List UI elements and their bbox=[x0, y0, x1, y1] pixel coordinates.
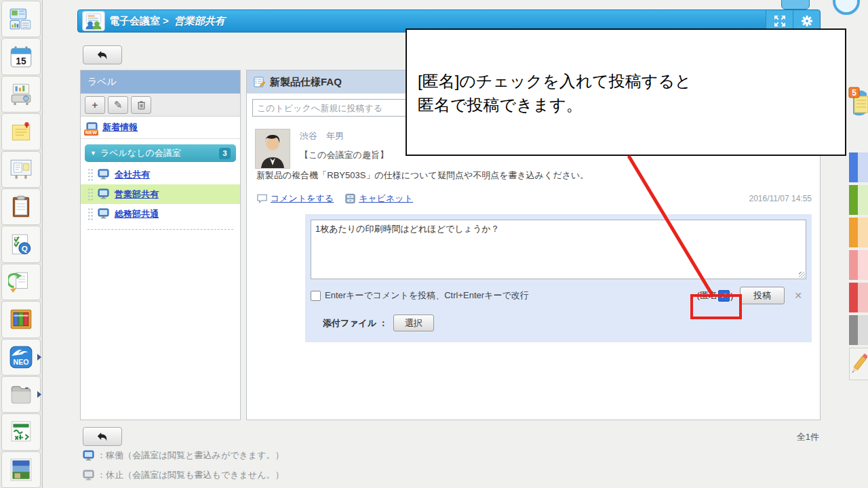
monitor-new-icon: NEW bbox=[86, 122, 99, 134]
partial-toolbar-icon bbox=[781, 0, 810, 9]
file-select-button[interactable]: 選択 bbox=[393, 314, 434, 331]
drag-handle[interactable] bbox=[87, 168, 94, 181]
monitor-icon bbox=[98, 169, 111, 180]
comment-textarea[interactable]: 1枚あたりの印刷時間はどれほどでしょうか？ bbox=[311, 220, 806, 279]
pencil-tab-icon[interactable] bbox=[849, 348, 868, 380]
room-item-zensha[interactable]: 全社共有 bbox=[81, 165, 240, 184]
new-info-link[interactable]: 新着情報 bbox=[102, 121, 138, 134]
svg-text:NEO: NEO bbox=[14, 357, 29, 365]
drag-handle[interactable] bbox=[87, 188, 94, 201]
breadcrumb: 電子会議室>営業部共有 bbox=[109, 15, 225, 28]
comment-link[interactable]: コメントをする bbox=[256, 192, 334, 205]
room-name: 営業部共有 bbox=[174, 15, 225, 26]
enter-to-post-checkbox[interactable] bbox=[311, 291, 321, 301]
breadcrumb-separator: > bbox=[163, 15, 169, 26]
post-timestamp: 2016/11/07 14:55 bbox=[749, 194, 812, 203]
check-icon: ✓ bbox=[721, 291, 727, 300]
pencil-icon: ✎ bbox=[114, 99, 123, 111]
label-toolbar: + ✎ bbox=[81, 94, 240, 117]
divider bbox=[87, 229, 233, 230]
side-tab-pink[interactable] bbox=[849, 250, 868, 280]
facility-reservation-icon[interactable] bbox=[1, 76, 41, 113]
callout-line2: 匿名で投稿できます。 bbox=[418, 93, 845, 117]
new-info-row[interactable]: NEW 新着情報 bbox=[81, 117, 240, 139]
monitor-inactive-icon bbox=[83, 470, 94, 481]
room-count-badge: 3 bbox=[219, 148, 231, 159]
survey-icon[interactable]: Q bbox=[1, 226, 41, 262]
room-item-somubu[interactable]: 総務部共通 bbox=[81, 204, 240, 224]
legend-active-text: ：稼働（会議室は閲覧と書込みができます。） bbox=[97, 449, 283, 462]
side-tab-orange[interactable] bbox=[849, 218, 868, 247]
comment-form: 1枚あたりの印刷時間はどれほどでしょうか？ Enterキーでコメントを投稿、Ct… bbox=[305, 214, 812, 342]
cabinet-link[interactable]: キャビネット bbox=[344, 192, 413, 205]
calendar-icon[interactable]: 15 bbox=[1, 38, 41, 75]
annotation-callout: [匿名]のチェックを入れて投稿すると 匿名で投稿できます。 bbox=[406, 28, 846, 156]
svg-text:15: 15 bbox=[16, 56, 26, 66]
portal-icon[interactable] bbox=[1, 1, 41, 37]
monitor-icon bbox=[98, 188, 111, 200]
attach-file-label: 添付ファイル ： bbox=[323, 317, 388, 329]
back-button[interactable] bbox=[83, 45, 122, 64]
flyout-arrow-icon bbox=[37, 391, 41, 398]
submit-button[interactable]: 投稿 bbox=[740, 287, 785, 304]
add-label-button[interactable]: + bbox=[85, 96, 105, 114]
label-group-header[interactable]: ▼ ラベルなしの会議室 3 bbox=[85, 144, 236, 162]
side-tab-red[interactable] bbox=[849, 283, 868, 312]
topic-memo-icon bbox=[254, 76, 266, 88]
topic-title: 新製品仕様FAQ bbox=[270, 76, 342, 89]
memo-icon[interactable] bbox=[1, 113, 41, 150]
trash-icon bbox=[136, 100, 146, 110]
app-name: 電子会議室 bbox=[109, 15, 160, 26]
legend-inactive: ：休止（会議室は閲覧も書込もできません。） bbox=[83, 469, 283, 481]
back-button-bottom[interactable] bbox=[83, 427, 122, 446]
avatar bbox=[255, 129, 290, 169]
svg-text:5: 5 bbox=[852, 88, 856, 98]
clipboard-icon[interactable] bbox=[1, 188, 41, 225]
close-icon[interactable]: ✕ bbox=[794, 290, 802, 301]
side-tab-gray[interactable] bbox=[849, 315, 868, 345]
anonymous-checkbox[interactable]: ✓ bbox=[718, 290, 730, 302]
edit-label-button[interactable]: ✎ bbox=[108, 96, 128, 114]
room-link[interactable]: 総務部共通 bbox=[115, 208, 159, 220]
room-link[interactable]: 営業部共有 bbox=[115, 188, 159, 201]
label-panel: ラベル + ✎ NEW 新着情報 ▼ ラベルなしの会議室 3 全社共有 bbox=[80, 70, 241, 420]
speech-bubble-icon bbox=[256, 193, 268, 204]
drag-handle[interactable] bbox=[87, 207, 94, 220]
cabinet-icon bbox=[344, 193, 356, 204]
svg-text:Q: Q bbox=[22, 243, 28, 252]
tanomeru-banner-icon[interactable] bbox=[1, 413, 41, 450]
room-item-eigyobu[interactable]: 営業部共有 bbox=[81, 184, 240, 204]
anonymous-label: (匿名 bbox=[697, 289, 717, 302]
total-count: 全1件 bbox=[739, 431, 819, 443]
legend-active: ：稼働（会議室は閲覧と書込みができます。） bbox=[83, 449, 283, 462]
photo-banner-icon[interactable] bbox=[1, 451, 41, 488]
sticky-note-tab-icon[interactable]: 5 bbox=[848, 85, 868, 122]
circulation-icon[interactable] bbox=[1, 264, 41, 300]
monitor-active-icon bbox=[83, 450, 94, 461]
neo-icon[interactable]: NEO bbox=[1, 339, 41, 375]
anonymous-option: (匿名 ✓ ) bbox=[697, 289, 734, 302]
partial-help-icon bbox=[833, 0, 860, 15]
anonymous-label-close: ) bbox=[730, 291, 733, 301]
plus-icon: + bbox=[92, 99, 98, 110]
app-rail: 15 Q NEO bbox=[0, 0, 43, 488]
bulletin-board-icon[interactable] bbox=[1, 151, 41, 188]
label-group-title: ラベルなしの会議室 bbox=[100, 147, 181, 159]
conference-room-app-icon bbox=[82, 11, 105, 31]
page: 15 Q NEO bbox=[0, 0, 868, 488]
folder-icon[interactable] bbox=[1, 376, 41, 413]
flyout-arrow-icon bbox=[37, 354, 41, 361]
callout-line1: [匿名]のチェックを入れて投稿すると bbox=[418, 69, 845, 93]
side-tab-blue[interactable] bbox=[849, 152, 868, 182]
post-body: 新製品の複合機「RBY503S」の仕様について疑問点や不明点を書き込みください。 bbox=[256, 169, 812, 182]
label-panel-title: ラベル bbox=[81, 70, 240, 94]
room-link[interactable]: 全社共有 bbox=[115, 169, 150, 181]
legend-inactive-text: ：休止（会議室は閲覧も書込もできません。） bbox=[97, 469, 283, 481]
collapse-triangle-icon: ▼ bbox=[90, 150, 96, 157]
bookshelf-icon[interactable] bbox=[1, 301, 41, 338]
new-badge: NEW bbox=[84, 129, 98, 136]
enter-option-label: Enterキーでコメントを投稿、Ctrl+Enterキーで改行 bbox=[325, 289, 529, 302]
side-tab-green[interactable] bbox=[849, 185, 868, 215]
delete-label-button[interactable] bbox=[131, 96, 151, 114]
monitor-icon bbox=[98, 208, 111, 220]
